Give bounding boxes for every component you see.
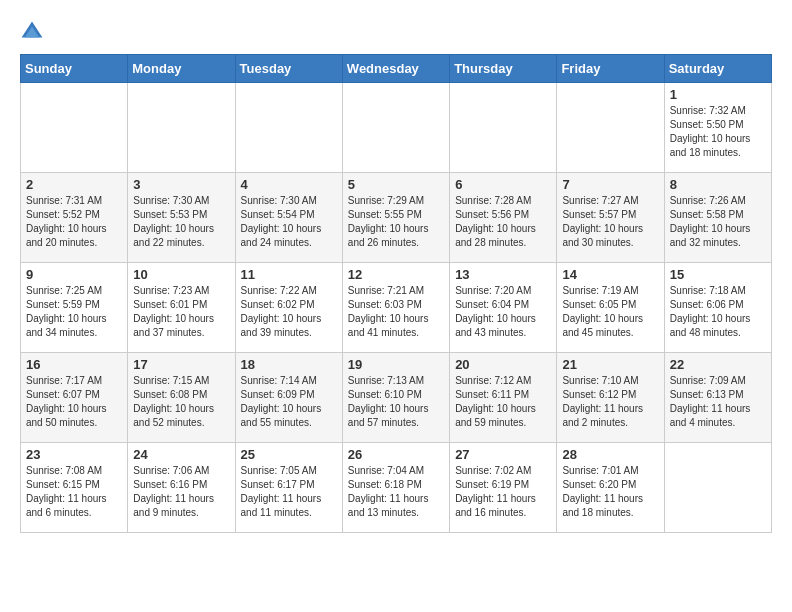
calendar-cell: 10Sunrise: 7:23 AM Sunset: 6:01 PM Dayli…	[128, 263, 235, 353]
week-row-4: 23Sunrise: 7:08 AM Sunset: 6:15 PM Dayli…	[21, 443, 772, 533]
day-info: Sunrise: 7:17 AM Sunset: 6:07 PM Dayligh…	[26, 374, 122, 430]
day-info: Sunrise: 7:23 AM Sunset: 6:01 PM Dayligh…	[133, 284, 229, 340]
day-number: 25	[241, 447, 337, 462]
week-row-0: 1Sunrise: 7:32 AM Sunset: 5:50 PM Daylig…	[21, 83, 772, 173]
day-info: Sunrise: 7:29 AM Sunset: 5:55 PM Dayligh…	[348, 194, 444, 250]
day-header-monday: Monday	[128, 55, 235, 83]
day-info: Sunrise: 7:30 AM Sunset: 5:53 PM Dayligh…	[133, 194, 229, 250]
calendar-cell: 19Sunrise: 7:13 AM Sunset: 6:10 PM Dayli…	[342, 353, 449, 443]
day-header-thursday: Thursday	[450, 55, 557, 83]
day-header-sunday: Sunday	[21, 55, 128, 83]
calendar-cell: 16Sunrise: 7:17 AM Sunset: 6:07 PM Dayli…	[21, 353, 128, 443]
week-row-2: 9Sunrise: 7:25 AM Sunset: 5:59 PM Daylig…	[21, 263, 772, 353]
day-info: Sunrise: 7:02 AM Sunset: 6:19 PM Dayligh…	[455, 464, 551, 520]
day-number: 9	[26, 267, 122, 282]
day-number: 22	[670, 357, 766, 372]
day-number: 24	[133, 447, 229, 462]
calendar-cell: 6Sunrise: 7:28 AM Sunset: 5:56 PM Daylig…	[450, 173, 557, 263]
day-info: Sunrise: 7:01 AM Sunset: 6:20 PM Dayligh…	[562, 464, 658, 520]
logo	[20, 20, 48, 44]
day-number: 16	[26, 357, 122, 372]
day-number: 28	[562, 447, 658, 462]
day-info: Sunrise: 7:13 AM Sunset: 6:10 PM Dayligh…	[348, 374, 444, 430]
day-header-saturday: Saturday	[664, 55, 771, 83]
calendar-cell: 27Sunrise: 7:02 AM Sunset: 6:19 PM Dayli…	[450, 443, 557, 533]
day-info: Sunrise: 7:31 AM Sunset: 5:52 PM Dayligh…	[26, 194, 122, 250]
calendar-cell: 24Sunrise: 7:06 AM Sunset: 6:16 PM Dayli…	[128, 443, 235, 533]
day-info: Sunrise: 7:14 AM Sunset: 6:09 PM Dayligh…	[241, 374, 337, 430]
calendar-cell	[21, 83, 128, 173]
day-number: 12	[348, 267, 444, 282]
day-number: 27	[455, 447, 551, 462]
day-info: Sunrise: 7:09 AM Sunset: 6:13 PM Dayligh…	[670, 374, 766, 430]
day-info: Sunrise: 7:19 AM Sunset: 6:05 PM Dayligh…	[562, 284, 658, 340]
week-row-3: 16Sunrise: 7:17 AM Sunset: 6:07 PM Dayli…	[21, 353, 772, 443]
calendar-cell: 18Sunrise: 7:14 AM Sunset: 6:09 PM Dayli…	[235, 353, 342, 443]
day-info: Sunrise: 7:30 AM Sunset: 5:54 PM Dayligh…	[241, 194, 337, 250]
calendar-cell: 12Sunrise: 7:21 AM Sunset: 6:03 PM Dayli…	[342, 263, 449, 353]
calendar-cell	[450, 83, 557, 173]
day-number: 8	[670, 177, 766, 192]
day-header-tuesday: Tuesday	[235, 55, 342, 83]
calendar-cell	[235, 83, 342, 173]
calendar-cell: 21Sunrise: 7:10 AM Sunset: 6:12 PM Dayli…	[557, 353, 664, 443]
calendar-cell: 13Sunrise: 7:20 AM Sunset: 6:04 PM Dayli…	[450, 263, 557, 353]
day-info: Sunrise: 7:06 AM Sunset: 6:16 PM Dayligh…	[133, 464, 229, 520]
calendar-cell: 1Sunrise: 7:32 AM Sunset: 5:50 PM Daylig…	[664, 83, 771, 173]
day-header-wednesday: Wednesday	[342, 55, 449, 83]
calendar-cell: 8Sunrise: 7:26 AM Sunset: 5:58 PM Daylig…	[664, 173, 771, 263]
calendar-cell: 17Sunrise: 7:15 AM Sunset: 6:08 PM Dayli…	[128, 353, 235, 443]
day-info: Sunrise: 7:28 AM Sunset: 5:56 PM Dayligh…	[455, 194, 551, 250]
page-header	[20, 20, 772, 44]
day-number: 5	[348, 177, 444, 192]
day-number: 20	[455, 357, 551, 372]
calendar-cell	[128, 83, 235, 173]
calendar-cell: 25Sunrise: 7:05 AM Sunset: 6:17 PM Dayli…	[235, 443, 342, 533]
day-info: Sunrise: 7:32 AM Sunset: 5:50 PM Dayligh…	[670, 104, 766, 160]
day-number: 2	[26, 177, 122, 192]
day-number: 18	[241, 357, 337, 372]
day-number: 6	[455, 177, 551, 192]
day-number: 11	[241, 267, 337, 282]
calendar-cell	[557, 83, 664, 173]
calendar-cell: 28Sunrise: 7:01 AM Sunset: 6:20 PM Dayli…	[557, 443, 664, 533]
calendar-cell: 20Sunrise: 7:12 AM Sunset: 6:11 PM Dayli…	[450, 353, 557, 443]
day-header-friday: Friday	[557, 55, 664, 83]
day-number: 10	[133, 267, 229, 282]
day-number: 13	[455, 267, 551, 282]
day-info: Sunrise: 7:27 AM Sunset: 5:57 PM Dayligh…	[562, 194, 658, 250]
calendar-cell: 5Sunrise: 7:29 AM Sunset: 5:55 PM Daylig…	[342, 173, 449, 263]
calendar-cell: 22Sunrise: 7:09 AM Sunset: 6:13 PM Dayli…	[664, 353, 771, 443]
calendar-cell: 9Sunrise: 7:25 AM Sunset: 5:59 PM Daylig…	[21, 263, 128, 353]
calendar-cell: 2Sunrise: 7:31 AM Sunset: 5:52 PM Daylig…	[21, 173, 128, 263]
day-info: Sunrise: 7:18 AM Sunset: 6:06 PM Dayligh…	[670, 284, 766, 340]
day-number: 1	[670, 87, 766, 102]
day-number: 7	[562, 177, 658, 192]
day-info: Sunrise: 7:21 AM Sunset: 6:03 PM Dayligh…	[348, 284, 444, 340]
calendar-cell: 23Sunrise: 7:08 AM Sunset: 6:15 PM Dayli…	[21, 443, 128, 533]
day-info: Sunrise: 7:08 AM Sunset: 6:15 PM Dayligh…	[26, 464, 122, 520]
day-number: 14	[562, 267, 658, 282]
day-number: 23	[26, 447, 122, 462]
day-number: 19	[348, 357, 444, 372]
day-info: Sunrise: 7:04 AM Sunset: 6:18 PM Dayligh…	[348, 464, 444, 520]
day-info: Sunrise: 7:12 AM Sunset: 6:11 PM Dayligh…	[455, 374, 551, 430]
calendar-header-row: SundayMondayTuesdayWednesdayThursdayFrid…	[21, 55, 772, 83]
day-info: Sunrise: 7:26 AM Sunset: 5:58 PM Dayligh…	[670, 194, 766, 250]
calendar-cell: 7Sunrise: 7:27 AM Sunset: 5:57 PM Daylig…	[557, 173, 664, 263]
day-number: 26	[348, 447, 444, 462]
calendar-cell	[664, 443, 771, 533]
day-number: 15	[670, 267, 766, 282]
calendar-cell: 11Sunrise: 7:22 AM Sunset: 6:02 PM Dayli…	[235, 263, 342, 353]
day-info: Sunrise: 7:20 AM Sunset: 6:04 PM Dayligh…	[455, 284, 551, 340]
calendar-cell: 14Sunrise: 7:19 AM Sunset: 6:05 PM Dayli…	[557, 263, 664, 353]
day-number: 21	[562, 357, 658, 372]
day-info: Sunrise: 7:10 AM Sunset: 6:12 PM Dayligh…	[562, 374, 658, 430]
calendar-cell	[342, 83, 449, 173]
day-info: Sunrise: 7:25 AM Sunset: 5:59 PM Dayligh…	[26, 284, 122, 340]
calendar-table: SundayMondayTuesdayWednesdayThursdayFrid…	[20, 54, 772, 533]
day-number: 3	[133, 177, 229, 192]
week-row-1: 2Sunrise: 7:31 AM Sunset: 5:52 PM Daylig…	[21, 173, 772, 263]
calendar-cell: 4Sunrise: 7:30 AM Sunset: 5:54 PM Daylig…	[235, 173, 342, 263]
calendar-cell: 3Sunrise: 7:30 AM Sunset: 5:53 PM Daylig…	[128, 173, 235, 263]
